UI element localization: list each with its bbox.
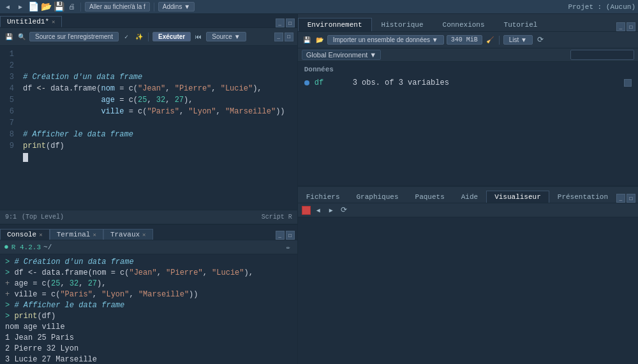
right-bottom-content — [298, 217, 638, 364]
script-type: Script R — [262, 214, 292, 221]
back-icon[interactable]: ◀ — [3, 2, 13, 12]
editor-area: Untitled1* ✕ _ □ 💾 🔍 Source sur l'enregi… — [0, 14, 297, 224]
source-on-save-button[interactable]: Source sur l'enregistrement — [29, 32, 119, 41]
import-dataset-button[interactable]: Importer un ensemble de données ▼ — [327, 35, 444, 45]
sep4 — [499, 36, 500, 45]
left-panel: Untitled1* ✕ _ □ 💾 🔍 Source sur l'enregi… — [0, 14, 298, 364]
editor-tab-label: Untitled1* — [7, 18, 49, 25]
env-var-name: df — [315, 78, 353, 87]
edit-console-icon[interactable]: ✏ — [283, 242, 293, 252]
close-terminal-icon[interactable]: ✕ — [93, 231, 96, 238]
global-env-button[interactable]: Global Environment ▼ — [302, 50, 382, 60]
maximize-editor-button[interactable]: □ — [286, 18, 295, 27]
save-icon[interactable]: 💾 — [54, 2, 64, 12]
lint-icon[interactable]: ✓ — [121, 32, 131, 42]
separator2 — [154, 3, 154, 11]
refresh-env-button[interactable]: ⟳ — [535, 35, 545, 45]
line-numbers: 1 2 3 4 5 6 7 8 9 — [0, 46, 19, 210]
expand-df-button[interactable] — [624, 79, 632, 87]
editor-tabs: Untitled1* ✕ _ □ — [0, 14, 297, 28]
console-line: 3 Lucie 27 Marseille — [5, 354, 292, 364]
status-bar: 9:1 (Top Level) Script R — [0, 210, 297, 224]
console-line: 2 Pierre 32 Lyon — [5, 344, 292, 354]
tab-environnement[interactable]: Environnement — [298, 18, 372, 31]
save-env-icon[interactable]: 💾 — [302, 35, 312, 45]
console-line: + age = c(25, 32, 27), — [5, 279, 292, 289]
refresh-viewer-button[interactable]: ⟳ — [339, 205, 349, 215]
save-script-icon[interactable]: 💾 — [4, 32, 14, 42]
close-travaux-icon[interactable]: ✕ — [142, 231, 145, 238]
nav-back-icon[interactable]: ◀ — [313, 205, 323, 215]
console-tab-terminal[interactable]: Terminal ✕ — [50, 229, 103, 240]
tab-tutoriel[interactable]: Tutoriel — [494, 18, 547, 31]
tab-historique[interactable]: Historique — [372, 18, 433, 31]
broom-icon[interactable]: 🧹 — [485, 35, 495, 45]
tab-aide[interactable]: Aide — [453, 191, 486, 203]
env-item-df[interactable]: df 3 obs. of 3 variables — [304, 77, 632, 89]
console-tab-travaux[interactable]: Travaux ✕ — [103, 229, 153, 240]
print-icon[interactable]: 🖨 — [66, 2, 77, 12]
memory-badge: 340 MiB — [447, 35, 482, 45]
nav-forward-icon[interactable]: ▶ — [326, 205, 336, 215]
console-line: 1 Jean 25 Paris — [5, 333, 292, 344]
find-icon[interactable]: 🔍 — [17, 32, 27, 42]
expand-editor-button[interactable]: □ — [285, 33, 293, 41]
go-to-file-button[interactable]: Aller au fichier/à la f — [85, 2, 150, 11]
env-dot-df — [304, 80, 309, 85]
addins-button[interactable]: Addins ▼ — [158, 2, 195, 11]
env-var-value: 3 obs. of 3 variables — [353, 78, 624, 87]
console-tabs: Console ✕ Terminal ✕ Travaux ✕ _ □ — [0, 225, 297, 240]
tab-connexions[interactable]: Connexions — [433, 18, 494, 31]
tab-presentation[interactable]: Présentation — [549, 191, 616, 203]
tab-fichiers[interactable]: Fichiers — [298, 191, 348, 203]
console-toolbar: ● R 4.2.3 ~/ ✏ — [0, 240, 297, 254]
close-console-icon[interactable]: ✕ — [39, 231, 42, 238]
r-version: R 4.2.3 — [11, 244, 41, 251]
code-content[interactable]: # Création d'un data frame df <- data.fr… — [19, 46, 297, 210]
close-icon[interactable]: ✕ — [52, 18, 55, 25]
code-editor[interactable]: 1 2 3 4 5 6 7 8 9 # Création d'un data f… — [0, 46, 297, 210]
minimize-console-button[interactable]: _ — [276, 231, 285, 240]
open-icon[interactable]: 📂 — [41, 2, 51, 12]
editor-tab-untitled[interactable]: Untitled1* ✕ — [0, 16, 62, 27]
console-content[interactable]: > # Création d'un data frame > df <- dat… — [0, 254, 297, 364]
console-line: > # Création d'un data frame — [5, 257, 292, 268]
maximize-bottom-button[interactable]: □ — [627, 194, 635, 203]
minimize-editor-button[interactable]: _ — [276, 18, 285, 27]
right-bottom-tabs: Fichiers Graphiques Paquets Aide Visuali… — [298, 187, 638, 203]
working-dir: ~/ — [43, 244, 52, 251]
stop-icon[interactable] — [302, 206, 311, 215]
forward-icon[interactable]: ▶ — [15, 2, 26, 12]
minimize-env-button[interactable]: _ — [616, 22, 625, 31]
env-toolbar: 💾 📂 Importer un ensemble de données ▼ 34… — [298, 32, 638, 48]
project-label: Projet : (Aucun) — [568, 3, 635, 11]
code-level: (Top Level) — [22, 214, 64, 221]
right-bottom: Fichiers Graphiques Paquets Aide Visuali… — [298, 186, 638, 364]
load-env-icon[interactable]: 📂 — [315, 35, 325, 45]
tab-paquets[interactable]: Paquets — [407, 191, 453, 203]
list-button[interactable]: List ▼ — [503, 35, 533, 45]
minimize-bottom-button[interactable]: _ — [616, 194, 625, 203]
run-prev-icon[interactable]: ⏮ — [193, 32, 204, 42]
source-button[interactable]: Source ▼ — [206, 32, 246, 41]
new-file-icon[interactable]: 📄 — [28, 2, 38, 12]
separator — [80, 3, 81, 11]
tab-visualiseur[interactable]: Visualiseur — [486, 191, 549, 203]
maximize-env-button[interactable]: □ — [627, 22, 635, 31]
magic-icon[interactable]: ✨ — [134, 32, 144, 42]
run-button[interactable]: Exécuter — [152, 32, 191, 41]
collapse-editor-button[interactable]: _ — [274, 33, 283, 41]
right-top-tabs: Environnement Historique Connexions Tuto… — [298, 14, 638, 32]
env-selector-bar: Global Environment ▼ — [298, 48, 638, 62]
console-line: nom age ville — [5, 322, 292, 333]
env-search-input[interactable] — [570, 50, 634, 60]
console-line: + ville = c("Paris", "Lyon", "Marseille"… — [5, 289, 292, 300]
env-section-title: Données — [304, 66, 632, 73]
r-icon: ● — [4, 242, 9, 252]
console-line: > # Afficher le data frame — [5, 300, 292, 311]
console-tab-console[interactable]: Console ✕ — [0, 229, 50, 240]
tab-graphiques[interactable]: Graphiques — [348, 191, 407, 203]
maximize-console-button[interactable]: □ — [286, 231, 295, 240]
main-layout: Untitled1* ✕ _ □ 💾 🔍 Source sur l'enregi… — [0, 14, 638, 364]
sep3 — [148, 33, 149, 41]
